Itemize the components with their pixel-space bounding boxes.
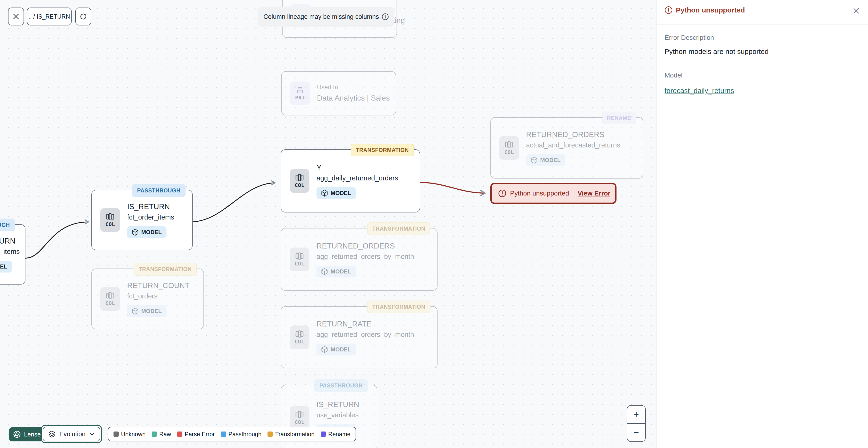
node-title: RETURN_RATE: [316, 319, 414, 329]
legend-item-unknown: Unknown: [114, 431, 146, 438]
info-icon[interactable]: [382, 13, 389, 20]
node-title: IS_RETURN: [316, 400, 359, 409]
node-subtitle: agg_returned_orders_by_month: [316, 330, 414, 339]
node-badge-passthrough: PASSTHROUGH: [0, 218, 15, 231]
lineage-node-used-in-sales[interactable]: PRJUsed In Data Analytics | Sales: [281, 71, 396, 115]
legend-item-rename: Rename: [321, 431, 351, 438]
aperture-icon: [13, 430, 21, 438]
model-chip[interactable]: MODEL: [316, 344, 356, 355]
legend-item-raw: Raw: [152, 431, 171, 438]
lineage-node-returned-orders-by-month[interactable]: TRANSFORMATION COLRETURNED_ORDERS agg_re…: [281, 228, 437, 291]
node-subtitle: fct_order_items: [127, 213, 174, 222]
breadcrumb-label: .. / IS_RETURN: [29, 13, 70, 20]
col-chip: COL: [100, 287, 120, 311]
lineage-node-return-rate[interactable]: TRANSFORMATION COLRETURN_RATE agg_return…: [281, 306, 437, 368]
error-node-label: Python unsupported: [510, 189, 569, 197]
legend-swatch: [321, 431, 326, 437]
zoom-in-button[interactable]: +: [627, 406, 645, 423]
model-chip[interactable]: MODEL: [526, 154, 565, 166]
col-chip: COL: [499, 136, 519, 160]
node-title: RETURN_COUNT: [127, 281, 190, 290]
node-title: Y: [316, 163, 398, 172]
node-title: Used In: [317, 83, 387, 91]
project-icon: [296, 86, 304, 94]
col-chip: COL: [100, 208, 120, 232]
node-badge-passthrough: PASSTHROUGH: [314, 379, 368, 392]
columns-icon: [296, 174, 304, 181]
node-subtitle: use_variables: [316, 411, 359, 420]
cube-icon: [321, 268, 328, 275]
node-badge-passthrough: PASSTHROUGH: [132, 184, 186, 197]
panel-close-button[interactable]: [852, 7, 861, 15]
node-title: RETURNED_ORDERS: [526, 130, 620, 139]
alert-icon: [498, 189, 506, 198]
view-error-link[interactable]: View Error: [578, 189, 611, 197]
error-description-label: Error Description: [664, 34, 714, 41]
lineage-node-is-return-offscreen[interactable]: PASSTHROUGH COLIS_RETURN fct_order_items…: [0, 224, 25, 285]
node-badge-transformation: TRANSFORMATION: [133, 263, 197, 276]
node-subtitle: Data Analytics | Sales: [317, 93, 387, 103]
col-chip: COL: [290, 247, 309, 271]
legend-item-transformation: Transformation: [268, 431, 314, 438]
banner-text: Column lineage may be missing columns: [264, 13, 379, 21]
node-title: IS_RETURN: [0, 236, 17, 246]
node-title: RETURNED_ORDERS: [316, 241, 414, 250]
node-subtitle: fct_order_items: [0, 247, 17, 256]
model-chip[interactable]: MODEL: [127, 305, 166, 317]
legend-item-passthrough: Passthrough: [221, 431, 261, 438]
legend-swatch: [177, 431, 182, 437]
panel-title-text: Python unsupported: [676, 6, 745, 14]
evolution-label: Evolution: [59, 430, 86, 438]
zoom-out-button[interactable]: −: [627, 424, 645, 441]
evolution-dropdown[interactable]: Evolution: [43, 427, 100, 441]
node-badge-transformation: TRANSFORMATION: [367, 301, 431, 313]
layers-icon: [48, 430, 56, 438]
col-chip: COL: [290, 169, 309, 193]
legend-item-parse-error: Parse Error: [177, 431, 215, 438]
node-subtitle: fct_orders: [127, 292, 190, 301]
columns-icon: [296, 411, 304, 418]
cube-icon: [132, 308, 138, 315]
node-title: IS_RETURN: [127, 202, 174, 211]
error-description-value: Python models are not supported: [664, 48, 769, 56]
chevron-down-icon: [89, 431, 95, 437]
evolution-dropdown-ring: Evolution: [41, 425, 102, 443]
node-badge-transformation: TRANSFORMATION: [351, 144, 414, 156]
zoom-controls: + −: [627, 405, 646, 442]
lineage-node-is-return-fct-order-items[interactable]: PASSTHROUGH COLIS_RETURN fct_order_items…: [91, 190, 193, 250]
node-subtitle: actual_and_forecasted_returns: [526, 141, 620, 150]
prj-chip: PRJ: [290, 82, 310, 105]
node-badge-rename: RENAME: [602, 112, 636, 124]
refresh-icon: [80, 13, 87, 20]
columns-icon: [505, 141, 513, 148]
lineage-node-return-count[interactable]: TRANSFORMATION COLRETURN_COUNT fct_order…: [91, 269, 204, 329]
error-node-python-unsupported[interactable]: Python unsupported View Error: [490, 183, 617, 204]
refresh-button[interactable]: [75, 7, 91, 25]
col-chip: COL: [290, 326, 309, 349]
panel-title: Python unsupported: [664, 6, 745, 14]
lineage-warning-banner: Column lineage may be missing columns: [258, 7, 394, 27]
alert-icon: [664, 6, 673, 14]
model-chip[interactable]: MODEL: [0, 261, 12, 272]
legend-swatch: [114, 431, 119, 437]
lineage-node-y-agg-daily-returned-orders[interactable]: TRANSFORMATION COLY agg_daily_returned_o…: [281, 149, 420, 212]
model-chip[interactable]: MODEL: [316, 266, 356, 277]
node-subtitle: agg_daily_returned_orders: [316, 174, 398, 183]
close-lineage-button[interactable]: [8, 7, 24, 25]
columns-icon: [106, 213, 114, 220]
col-chip: COL: [290, 406, 309, 429]
lineage-node-returned-orders-forecast[interactable]: RENAME COLRETURNED_ORDERS actual_and_for…: [490, 117, 643, 179]
legend-swatch: [268, 431, 273, 437]
legend-swatch: [221, 431, 226, 437]
cube-icon: [531, 157, 537, 164]
cube-icon: [321, 346, 328, 353]
node-subtitle: agg_returned_orders_by_month: [316, 252, 414, 261]
cube-icon: [321, 189, 328, 197]
model-chip[interactable]: MODEL: [127, 226, 166, 238]
model-link[interactable]: forecast_daily_returns: [664, 87, 734, 95]
lens-legend: UnknownRawParse ErrorPassthroughTransfor…: [108, 427, 356, 441]
breadcrumb[interactable]: .. / IS_RETURN: [27, 7, 71, 25]
panel-divider: [657, 24, 868, 25]
error-detail-panel: Python unsupported Error Description Pyt…: [656, 0, 868, 448]
model-chip[interactable]: MODEL: [316, 187, 356, 199]
